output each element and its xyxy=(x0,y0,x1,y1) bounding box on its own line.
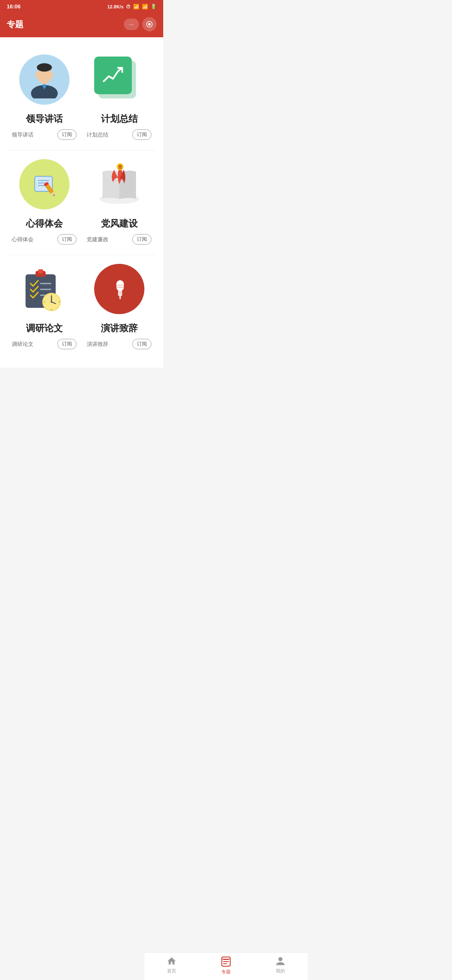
page-title: 专题 xyxy=(7,19,23,30)
subscribe-btn-lingdao[interactable]: 订阅 xyxy=(57,129,77,140)
network-speed: 12.8K/s xyxy=(107,4,123,9)
topic-icon-chart xyxy=(92,52,146,107)
topic-card-jihua[interactable]: 计划总结 计划总结 订阅 xyxy=(82,46,157,150)
subscribe-btn-xinde[interactable]: 订阅 xyxy=(57,234,77,245)
topic-footer-diaoyan: 调研论文 订阅 xyxy=(10,339,78,349)
topic-label-xinde: 心得体会 xyxy=(12,236,33,243)
svg-rect-34 xyxy=(116,280,124,291)
topic-label-dangfeng: 党建廉政 xyxy=(87,236,108,243)
topic-icon-mic xyxy=(92,262,146,316)
signal-icon-1: 📶 xyxy=(133,4,139,10)
svg-rect-35 xyxy=(118,290,122,296)
topic-title-dangfeng: 党风建设 xyxy=(101,217,138,230)
header: 专题 ··· xyxy=(0,12,163,37)
topic-icon-clipboard xyxy=(17,262,72,316)
topics-grid: 领导讲话 领导讲话 订阅 计 xyxy=(7,46,157,359)
topic-card-dangfeng[interactable]: 党 党风建设 党建廉政 订阅 xyxy=(82,150,157,255)
header-actions: ··· xyxy=(124,17,157,31)
subscribe-btn-yanjiang[interactable]: 订阅 xyxy=(132,339,152,349)
svg-rect-21 xyxy=(38,269,43,273)
topic-icon-avatar xyxy=(17,52,72,107)
status-bar: 16:06 12.8K/s ⏱ 📶 📶 🔋 xyxy=(0,0,163,12)
topic-title-yanjiang: 演讲致辞 xyxy=(101,322,138,335)
topic-title-lingdao: 领导讲话 xyxy=(26,113,63,125)
topic-title-xinde: 心得体会 xyxy=(26,217,63,230)
topic-card-yanjiang[interactable]: 演讲致辞 演讲致辞 订阅 xyxy=(82,255,157,359)
subscribe-btn-jihua[interactable]: 订阅 xyxy=(132,129,152,140)
svg-point-6 xyxy=(35,72,39,77)
topic-icon-pencil xyxy=(17,157,72,211)
topic-footer-yanjiang: 演讲致辞 订阅 xyxy=(85,339,153,349)
topic-title-diaoyan: 调研论文 xyxy=(26,322,63,335)
topic-footer-xinde: 心得体会 订阅 xyxy=(10,234,78,245)
camera-button[interactable] xyxy=(142,17,157,31)
svg-point-7 xyxy=(50,72,54,77)
subscribe-btn-diaoyan[interactable]: 订阅 xyxy=(57,339,77,349)
subscribe-btn-dangfeng[interactable]: 订阅 xyxy=(132,234,152,245)
svg-point-0 xyxy=(148,23,151,26)
more-button[interactable]: ··· xyxy=(124,18,139,30)
main-content: 领导讲话 领导讲话 订阅 计 xyxy=(0,37,163,368)
topic-footer-lingdao: 领导讲话 订阅 xyxy=(10,129,78,140)
topic-footer-dangfeng: 党建廉政 订阅 xyxy=(85,234,153,245)
topic-card-xinde[interactable]: 心得体会 心得体会 订阅 xyxy=(7,150,82,255)
topic-footer-jihua: 计划总结 订阅 xyxy=(85,129,153,140)
topic-label-jihua: 计划总结 xyxy=(87,131,108,139)
topic-label-lingdao: 领导讲话 xyxy=(12,131,33,139)
topic-card-lingdao[interactable]: 领导讲话 领导讲话 订阅 xyxy=(7,46,82,150)
svg-text:党: 党 xyxy=(118,165,122,169)
status-right: 12.8K/s ⏱ 📶 📶 🔋 xyxy=(107,4,157,10)
svg-point-5 xyxy=(37,63,52,72)
topic-icon-party: 党 xyxy=(92,157,146,211)
battery-icon: 🔋 xyxy=(151,4,157,9)
topic-label-diaoyan: 调研论文 xyxy=(12,340,33,348)
clock-icon: ⏱ xyxy=(126,4,131,9)
topic-label-yanjiang: 演讲致辞 xyxy=(87,340,108,348)
status-time: 16:06 xyxy=(7,3,21,10)
signal-icon-2: 📶 xyxy=(142,4,148,10)
topic-title-jihua: 计划总结 xyxy=(101,113,138,125)
topic-card-diaoyan[interactable]: 调研论文 调研论文 订阅 xyxy=(7,255,82,359)
